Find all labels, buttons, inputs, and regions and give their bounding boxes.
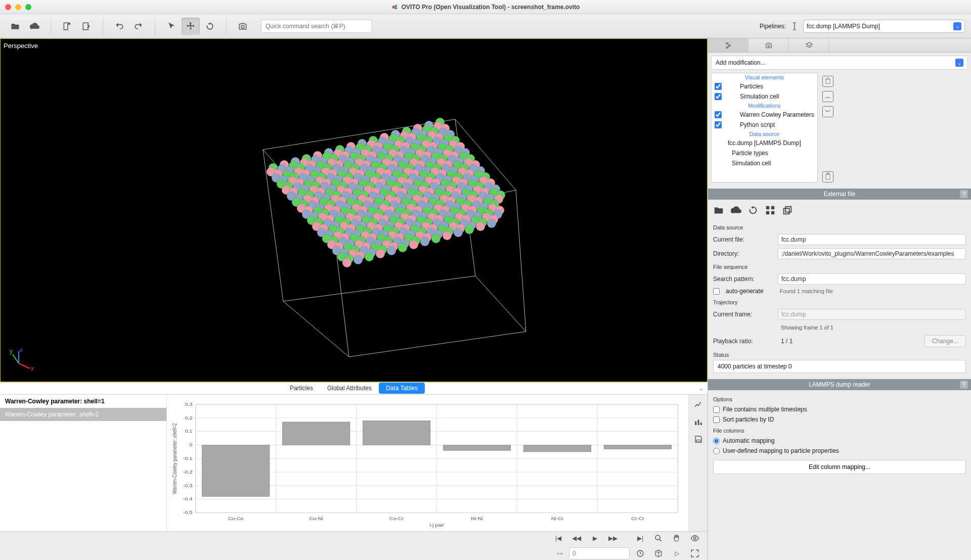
text-cursor-icon[interactable] — [790, 22, 799, 31]
open-folder-icon[interactable] — [713, 205, 724, 217]
pipe-section-header: Data source — [712, 130, 817, 138]
new-pipeline-button[interactable] — [58, 18, 76, 35]
svg-rect-567 — [771, 211, 774, 214]
multi-timestep-checkbox[interactable] — [713, 406, 720, 413]
play-button[interactable]: ▶ — [587, 532, 602, 545]
svg-text:-0.1: -0.1 — [183, 455, 192, 460]
pan-button[interactable] — [669, 532, 684, 545]
import-remote-button[interactable] — [25, 18, 43, 35]
fullscreen-button[interactable] — [687, 547, 702, 560]
svg-point-491 — [398, 243, 407, 252]
pipeline-tab[interactable] — [708, 38, 748, 52]
list-item[interactable]: Warren-Cowley parameter: shell=1 — [0, 395, 166, 408]
svg-point-483 — [354, 255, 363, 264]
main-toolbar: Pipelines: fcc.dump [LAMMPS Dump] ⌄ — [0, 14, 971, 38]
render-tab[interactable] — [748, 38, 789, 52]
svg-text:0.2: 0.2 — [185, 415, 193, 420]
tab-data-tables[interactable]: Data Tables — [379, 383, 425, 394]
toggle-pyscript[interactable] — [715, 121, 722, 128]
quick-search-input[interactable] — [261, 20, 372, 33]
pipeline-selector[interactable]: fcc.dump [LAMMPS Dump] ⌄ — [803, 20, 965, 33]
prev-frame-button[interactable]: ◀◀ — [569, 532, 584, 545]
frame-number-input[interactable] — [569, 547, 630, 559]
user-mapping-radio[interactable] — [713, 448, 720, 454]
delete-modifier-button[interactable] — [822, 76, 833, 87]
cloud-icon[interactable] — [730, 205, 741, 217]
auto-generate-checkbox[interactable] — [713, 288, 720, 295]
pipe-item[interactable]: Warren Cowley Parameters — [740, 111, 814, 118]
copy-icon[interactable] — [782, 205, 793, 217]
zoom-button[interactable] — [651, 532, 666, 545]
fastforward-button[interactable]: ▷ — [669, 547, 684, 560]
redo-button[interactable] — [129, 18, 148, 35]
search-pattern-field[interactable]: fcc.dump — [778, 273, 966, 285]
svg-rect-562 — [826, 174, 830, 179]
directory-field[interactable]: ;/daniel/Work/ovito_plugins/WarrenCowley… — [778, 248, 966, 259]
svg-text:Cr-Cr: Cr-Cr — [631, 516, 645, 521]
svg-rect-563 — [827, 173, 829, 174]
undo-button[interactable] — [110, 18, 128, 35]
preview-button[interactable] — [687, 532, 702, 545]
svg-point-485 — [365, 252, 374, 261]
section-external-file: External file? — [708, 189, 971, 200]
first-frame-button[interactable]: |◀ — [551, 532, 566, 545]
svg-point-481 — [342, 258, 351, 267]
grid-icon[interactable] — [765, 205, 776, 217]
svg-rect-554 — [695, 421, 696, 425]
svg-rect-564 — [766, 206, 769, 209]
chart-save-button[interactable] — [691, 432, 705, 446]
move-up-button[interactable]: ︿ — [822, 91, 833, 102]
list-item[interactable]: Warren-Cowley parameter: shell=2 — [0, 408, 166, 421]
cube-button[interactable] — [651, 547, 666, 560]
toggle-particles[interactable] — [715, 83, 722, 90]
current-frame-field: fcc.dump — [778, 309, 966, 320]
pipe-item[interactable]: Simulation cell — [732, 160, 771, 167]
help-icon[interactable]: ? — [960, 190, 968, 198]
next-frame-button[interactable]: ▶▶ — [605, 532, 621, 545]
pipe-item[interactable]: Particles — [740, 83, 763, 90]
minimize-window[interactable] — [15, 4, 21, 10]
chart-bar-view-button[interactable] — [691, 415, 705, 429]
move-down-button[interactable]: ﹀ — [822, 106, 833, 117]
key-icon: ⊶ — [557, 550, 563, 557]
pipe-item[interactable]: Simulation cell — [740, 93, 779, 100]
maximize-window[interactable] — [25, 4, 31, 10]
close-window[interactable] — [5, 4, 11, 10]
tab-particles[interactable]: Particles — [283, 383, 320, 394]
select-tool-button[interactable] — [162, 18, 181, 35]
svg-text:-0.3: -0.3 — [183, 483, 193, 488]
render-button[interactable] — [234, 18, 252, 35]
panel-menu-icon[interactable]: ⌄ — [698, 385, 703, 392]
toggle-simcell[interactable] — [715, 93, 722, 100]
refresh-icon[interactable] — [747, 205, 759, 217]
toggle-wcp[interactable] — [715, 111, 722, 118]
sort-particles-checkbox[interactable] — [713, 416, 720, 423]
edit-column-mapping-button[interactable]: Edit column mapping... — [713, 460, 966, 474]
last-frame-button[interactable]: ▶| — [633, 532, 648, 545]
layers-tab[interactable] — [789, 38, 829, 52]
svg-rect-535 — [282, 422, 350, 445]
chart: 0.30.20.10-0.1-0.2-0.3-0.4-0.5Co-CoCo-Ni… — [170, 400, 683, 528]
change-button[interactable]: Change... — [924, 335, 966, 347]
svg-point-3 — [241, 25, 244, 28]
export-button[interactable] — [77, 18, 96, 35]
chart-line-view-button[interactable] — [691, 398, 705, 412]
tab-global-attributes[interactable]: Global Attributes — [320, 383, 379, 394]
move-tool-button[interactable] — [182, 18, 200, 35]
dropdown-arrow-icon: ⌄ — [953, 22, 961, 30]
current-file-field[interactable]: fcc.dump — [778, 234, 966, 245]
rotate-tool-button[interactable] — [201, 18, 219, 35]
help-icon[interactable]: ? — [960, 381, 968, 389]
pipe-item-source[interactable]: fcc.dump [LAMMPS Dump] — [728, 139, 801, 147]
svg-point-487 — [376, 249, 385, 258]
clipboard-button[interactable] — [822, 171, 833, 182]
pipe-item[interactable]: Python script — [740, 121, 775, 128]
svg-rect-532 — [202, 445, 270, 496]
viewport[interactable]: Perspective x y z — [0, 38, 708, 382]
time-button[interactable] — [633, 547, 648, 560]
add-modification-dropdown[interactable]: Add modification... ⌄ — [711, 56, 968, 70]
auto-mapping-radio[interactable] — [713, 438, 720, 444]
svg-text:0: 0 — [190, 442, 193, 447]
pipe-item[interactable]: Particle types — [732, 150, 768, 157]
open-file-button[interactable] — [6, 18, 24, 35]
